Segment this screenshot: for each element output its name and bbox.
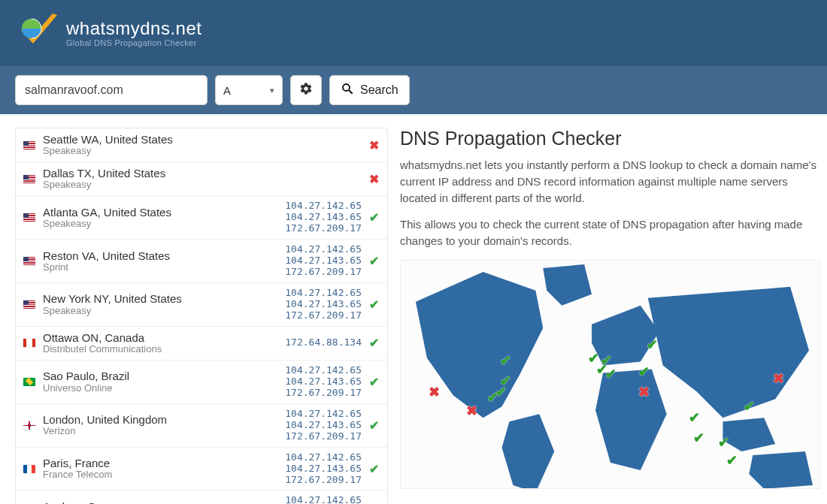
result-row[interactable]: Aachen, GermanyNetAachen104.27.142.65 10… (16, 490, 387, 504)
map-check-icon: ✔ (693, 430, 704, 446)
location-column: Ottawa ON, CanadaDistributel Communicati… (43, 331, 285, 355)
location-label: Aachen, Germany (43, 500, 285, 504)
location-column: Aachen, GermanyNetAachen (43, 500, 285, 504)
map-check-icon: ✔ (726, 452, 738, 469)
check-icon: ✔ (368, 462, 380, 476)
flag-icon (23, 421, 35, 430)
map-check-icon: ✔ (500, 352, 511, 369)
result-row[interactable]: Dallas TX, United StatesSpeakeasy✖ (16, 162, 387, 196)
map-cross-icon: ✖ (773, 370, 784, 387)
location-column: Dallas TX, United StatesSpeakeasy (43, 167, 362, 191)
map-check-icon: ✔ (744, 398, 755, 415)
isp-label: Speakeasy (43, 180, 362, 191)
map-check-icon: ✔ (647, 337, 658, 353)
isp-label: Universo Online (43, 383, 285, 394)
flag-icon (23, 257, 35, 265)
location-column: Reston VA, United StatesSprint (43, 249, 285, 273)
search-icon (341, 82, 354, 98)
check-icon: ✔ (368, 375, 380, 389)
result-row[interactable]: Reston VA, United StatesSprint104.27.142… (16, 240, 387, 283)
isp-label: Speakeasy (43, 306, 285, 317)
location-label: Paris, France (43, 457, 285, 469)
svg-point-1 (343, 84, 350, 91)
result-row[interactable]: Seattle WA, United StatesSpeakeasy✖ (16, 128, 387, 162)
isp-label: France Telecom (43, 469, 285, 481)
flag-icon (23, 339, 35, 347)
location-label: New York NY, United States (43, 292, 285, 305)
search-button-label: Search (360, 83, 398, 97)
map-check-icon: ✔ (689, 409, 700, 426)
flag-icon (23, 213, 35, 222)
isp-label: Speakeasy (43, 146, 362, 157)
ip-list: 104.27.142.65 104.27.143.65 172.67.209.1… (285, 288, 368, 321)
map-cross-icon: ✖ (466, 403, 477, 419)
flag-icon (23, 378, 35, 386)
isp-label: Speakeasy (43, 219, 285, 230)
flag-icon (23, 465, 35, 473)
result-row[interactable]: Sao Paulo, BrazilUniverso Online104.27.1… (16, 361, 387, 404)
cross-icon: ✖ (368, 138, 380, 152)
result-row[interactable]: Paris, FranceFrance Telecom104.27.142.65… (16, 448, 387, 491)
check-icon: ✔ (368, 254, 380, 268)
location-label: Dallas TX, United States (43, 167, 362, 180)
results-list: Seattle WA, United StatesSpeakeasy✖Dalla… (15, 128, 388, 504)
logo[interactable]: whatsmydns.net Global DNS Propagation Ch… (15, 11, 812, 56)
record-type-value: A (223, 84, 231, 97)
svg-line-2 (349, 90, 353, 94)
ip-list: 104.27.142.65 104.27.143.65 172.67.209.1… (285, 495, 368, 504)
info-paragraph-1: whatsmydns.net lets you instantly perfor… (400, 157, 821, 206)
location-column: Seattle WA, United StatesSpeakeasy (43, 133, 362, 157)
location-column: London, United KingdomVerizon (43, 413, 285, 437)
settings-button[interactable] (290, 75, 322, 105)
ip-list: 172.64.88.134 (285, 337, 368, 349)
search-bar: A ▾ Search (0, 66, 827, 114)
flag-icon (23, 300, 35, 309)
map-check-icon: ✔ (605, 366, 616, 382)
flag-icon (23, 141, 35, 149)
result-row[interactable]: Atlanta GA, United StatesSpeakeasy104.27… (16, 196, 387, 240)
check-icon: ✔ (368, 210, 380, 225)
map-check-icon: ✔ (500, 373, 511, 389)
result-row[interactable]: Ottawa ON, CanadaDistributel Communicati… (16, 327, 387, 361)
map-check-icon: ✔ (638, 364, 650, 380)
location-label: Seattle WA, United States (43, 133, 362, 146)
check-icon: ✔ (368, 297, 380, 312)
site-header: whatsmydns.net Global DNS Propagation Ch… (0, 0, 827, 66)
logo-title: whatsmydns.net (66, 19, 201, 38)
location-column: New York NY, United StatesSpeakeasy (43, 292, 285, 316)
map-cross-icon: ✖ (429, 384, 440, 400)
info-paragraph-2: This allows you to check the current sta… (400, 216, 821, 249)
logo-subtitle: Global DNS Propagation Checker (66, 38, 201, 47)
isp-label: Sprint (43, 262, 285, 273)
result-row[interactable]: London, United KingdomVerizon104.27.142.… (16, 404, 387, 448)
isp-label: Verizon (43, 426, 285, 437)
domain-input[interactable] (15, 75, 208, 105)
location-label: Atlanta GA, United States (43, 206, 285, 219)
search-button[interactable]: Search (329, 75, 410, 105)
cross-icon: ✖ (368, 172, 380, 186)
page-title: DNS Propagation Checker (400, 128, 821, 149)
location-label: Reston VA, United States (43, 249, 285, 262)
isp-label: Distributel Communications (43, 344, 285, 355)
map-check-icon: ✔ (718, 434, 729, 451)
location-label: Sao Paulo, Brazil (43, 370, 285, 382)
location-column: Sao Paulo, BrazilUniverso Online (43, 370, 285, 394)
location-label: London, United Kingdom (43, 413, 285, 426)
info-panel: DNS Propagation Checker whatsmydns.net l… (400, 128, 827, 504)
location-label: Ottawa ON, Canada (43, 331, 285, 344)
ip-list: 104.27.142.65 104.27.143.65 172.67.209.1… (285, 365, 368, 399)
result-row[interactable]: New York NY, United StatesSpeakeasy104.2… (16, 283, 387, 327)
ip-list: 104.27.142.65 104.27.143.65 172.67.209.1… (285, 409, 368, 442)
gear-icon (299, 82, 313, 98)
world-map[interactable]: ✖✖✔✔✔✔✔✔✔✔✔✔✔✔✔✔✔✖✖ (400, 260, 821, 489)
record-type-select[interactable]: A ▾ (215, 75, 283, 105)
location-column: Atlanta GA, United StatesSpeakeasy (43, 206, 285, 230)
flag-icon (23, 175, 35, 183)
ip-list: 104.27.142.65 104.27.143.65 172.67.209.1… (285, 244, 368, 278)
map-cross-icon: ✖ (638, 384, 650, 400)
check-icon: ✔ (368, 336, 380, 350)
chevron-down-icon: ▾ (270, 86, 274, 95)
logo-mark-icon (15, 11, 60, 56)
ip-list: 104.27.142.65 104.27.143.65 172.67.209.1… (285, 452, 368, 486)
location-column: Paris, FranceFrance Telecom (43, 457, 285, 481)
